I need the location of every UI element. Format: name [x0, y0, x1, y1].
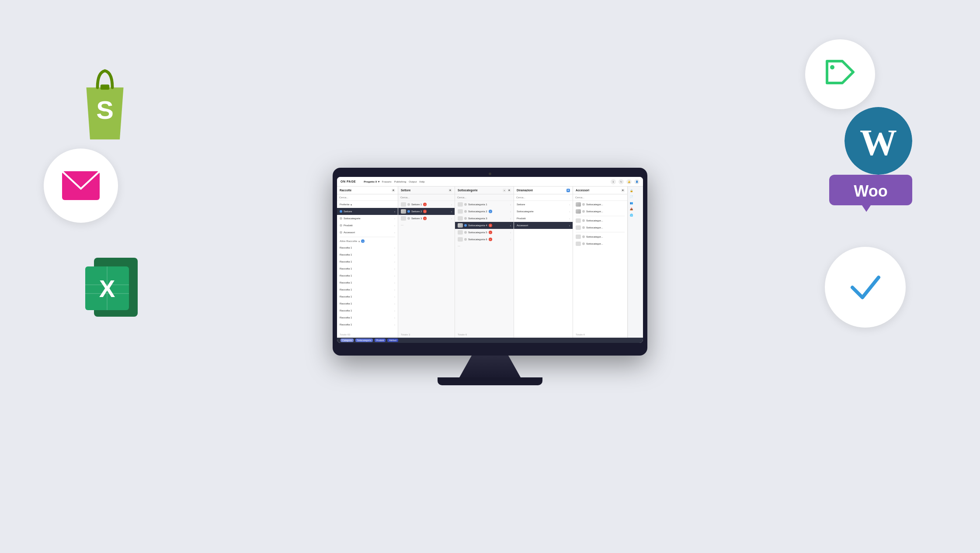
raccolta-item-6[interactable]: Raccolta 1› — [337, 279, 398, 286]
acc-thumb-6 — [576, 242, 581, 246]
prodotti-preferred-item[interactable]: Prodotti › — [337, 222, 398, 229]
acc-total: Totale A — [573, 332, 627, 338]
item-dot — [582, 219, 585, 222]
add-badge[interactable]: + — [361, 239, 365, 243]
other-collections-label[interactable]: Altre Raccolte ▾ + — [337, 238, 398, 244]
nav-output[interactable]: Output — [409, 180, 417, 183]
sotto-add-icon[interactable]: + — [503, 189, 506, 192]
acc-filter-icon[interactable]: ⚙ — [621, 189, 625, 192]
sotto-search[interactable] — [455, 194, 514, 201]
side-icon-4[interactable]: 📥 — [629, 207, 633, 211]
user-icon[interactable]: 👤 — [634, 179, 639, 184]
raccolte-filter-icon[interactable]: ⚙ — [392, 189, 395, 192]
settore-row-3[interactable]: Settore 3 3 › — [398, 215, 455, 222]
raccolta-item-4[interactable]: Raccolta 1› — [337, 265, 398, 272]
acc-divider — [576, 216, 625, 216]
acc-search[interactable] — [573, 194, 627, 201]
sotto-filter-icon[interactable]: ⚙ — [507, 189, 511, 192]
sotto-row-6[interactable]: Sottocategoria 6 6 › — [455, 236, 514, 243]
nav-frasario[interactable]: Frasario — [382, 180, 392, 183]
item-dot — [340, 210, 342, 213]
sotto-thumb-4 — [458, 223, 463, 228]
raccolta-item-8[interactable]: Raccolta 1› — [337, 293, 398, 300]
preferred-label[interactable]: Preferite ▾ — [337, 201, 398, 208]
acc-row-4[interactable]: Sottocategor... — [573, 224, 627, 231]
right-icon-strip: 🔒 📄 👥 📥 🌐 — [628, 187, 635, 338]
sotto-row-2[interactable]: Sottocategoria 2 2 › — [455, 208, 514, 215]
monitor-stand — [459, 356, 521, 377]
sotto-row-3[interactable]: Sottocategoria 3 › — [455, 215, 514, 222]
badge-categoria: Categoria — [341, 339, 354, 342]
bell-icon[interactable]: 🔔 — [626, 179, 632, 184]
sottocategorie-preferred-item[interactable]: Sottocategorie › — [337, 215, 398, 222]
raccolta-item-2[interactable]: Raccolta 1› — [337, 251, 398, 258]
sotto-total: Totale 6 — [455, 332, 514, 338]
monitor-base — [438, 377, 542, 385]
sotto-content: Sottocategoria 1 › Sottocategoria 2 2 › — [455, 201, 514, 332]
dir-settore[interactable]: Settore › — [514, 201, 573, 208]
settore-filter-icon[interactable]: ⚙ — [448, 189, 452, 192]
side-icon-3[interactable]: 👥 — [629, 200, 633, 205]
sotto-row-1[interactable]: Sottocategoria 1 › — [455, 201, 514, 208]
side-icon-2[interactable]: 📄 — [629, 194, 633, 199]
sotto-total-placeholder: — — [455, 243, 514, 249]
raccolta-item-3[interactable]: Raccolta 1› — [337, 258, 398, 265]
sottocategorie-header: Sottocategorie + ⚙ — [455, 187, 514, 194]
nav-help[interactable]: Help — [419, 180, 424, 183]
checkmark-icon — [825, 247, 906, 328]
acc-row-1[interactable]: Sottocategor... — [573, 201, 627, 208]
info-icon[interactable]: ℹ — [611, 179, 616, 184]
dir-prodotti[interactable]: Prodotti › — [514, 215, 573, 222]
raccolta-item-10[interactable]: Raccolta 1› — [337, 307, 398, 314]
shopify-icon: S — [68, 57, 142, 144]
settore-thumb-2 — [401, 209, 406, 214]
sotto-thumb-5 — [458, 230, 463, 235]
acc-row-5[interactable]: Sottocategor... — [573, 233, 627, 240]
sotto-search-input[interactable] — [457, 196, 511, 199]
sotto-badge-4: 4 — [489, 224, 492, 227]
side-icon-5[interactable]: 🌐 — [629, 213, 633, 217]
item-dot — [464, 217, 467, 220]
settore-row-1[interactable]: Settore 1 1 › — [398, 201, 455, 208]
settore-item[interactable]: Settore › — [337, 208, 398, 215]
accessori-preferred-item[interactable]: Accessori › — [337, 229, 398, 236]
svg-rect-1 — [101, 84, 109, 90]
dir-sottocategorie[interactable]: Sottocategorie › — [514, 208, 573, 215]
settore-column: Settore ⚙ Settore 1 — [398, 187, 455, 338]
nav-progetto[interactable]: Progetto X ▾ — [364, 180, 379, 183]
item-dot — [407, 203, 410, 206]
raccolta-item-12[interactable]: Raccolta 1› — [337, 321, 398, 328]
refresh-icon[interactable]: ↻ — [619, 179, 624, 184]
side-icon-1[interactable]: 🔒 — [629, 188, 633, 193]
acc-row-2[interactable]: Sottocategor... — [573, 208, 627, 215]
app-container: ON PAGE Progetto X ▾ Frasario Publishing… — [337, 177, 643, 343]
acc-row-3[interactable]: Sottocategor... — [573, 217, 627, 224]
item-dot — [340, 217, 342, 220]
raccolte-search-input[interactable] — [339, 196, 396, 199]
sotto-row-5[interactable]: Sottocategoria 5 5 › — [455, 229, 514, 236]
dir-filter-icon[interactable]: ⚙ — [566, 189, 570, 192]
tag-icon — [805, 39, 875, 109]
app-header: ON PAGE Progetto X ▾ Frasario Publishing… — [337, 177, 643, 187]
dir-accessori[interactable]: Accessori › — [514, 222, 573, 229]
raccolte-header: Raccolte ⚙ — [337, 187, 398, 194]
sotto-row-4[interactable]: Sottocategoria 4 4 › — [455, 222, 514, 229]
badge-1: 1 — [423, 203, 427, 206]
settore-search-input[interactable] — [400, 196, 452, 199]
item-dot — [340, 224, 342, 227]
nav-publishing[interactable]: Publishing — [394, 180, 407, 183]
raccolta-item-7[interactable]: Raccolta 1› — [337, 286, 398, 293]
settore-search[interactable] — [398, 194, 455, 201]
dir-search-input[interactable] — [516, 196, 570, 199]
raccolta-item-11[interactable]: Raccolta 1› — [337, 314, 398, 321]
raccolta-item-9[interactable]: Raccolta 1› — [337, 300, 398, 307]
raccolta-item-5[interactable]: Raccolta 1› — [337, 272, 398, 279]
acc-search-input[interactable] — [575, 196, 625, 199]
item-dot — [464, 238, 467, 241]
acc-row-6[interactable]: Sottocategor... — [573, 240, 627, 247]
raccolta-item-1[interactable]: Raccolta 1› — [337, 244, 398, 251]
settore-row-2[interactable]: Settore 2 2 › — [398, 208, 455, 215]
svg-point-9 — [830, 65, 834, 69]
raccolte-search[interactable] — [337, 194, 398, 201]
dir-search[interactable] — [514, 194, 573, 201]
